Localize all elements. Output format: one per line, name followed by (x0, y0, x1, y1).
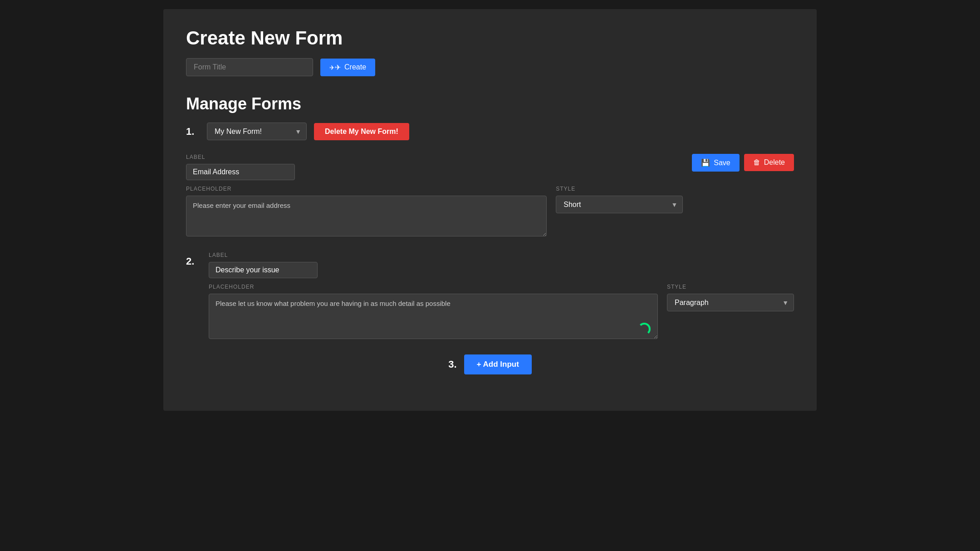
field-1-placeholder-style-row: PLACEHOLDER Please enter your email addr… (186, 186, 683, 238)
field-2-label-section: LABEL (209, 252, 794, 278)
fields-container: LABEL PLACEHOLDER Please enter your emai… (186, 154, 794, 341)
add-input-row: 3. + Add Input (186, 354, 794, 374)
field-1-actions: 💾 Save 🗑 Delete (692, 154, 794, 172)
delete-form-button[interactable]: Delete My New Form! (314, 123, 409, 140)
manage-section: Manage Forms 1. My New Form! ▼ Delete My… (186, 94, 794, 374)
field-2-style-select-wrapper: Short Paragraph ▼ (667, 294, 794, 311)
field-2-content: LABEL PLACEHOLDER Please let us know wha… (209, 252, 794, 341)
field-1-save-button[interactable]: 💾 Save (692, 154, 739, 172)
field-1-delete-label: Delete (764, 158, 785, 167)
field-2-step-number: 2. (186, 256, 200, 267)
loading-spinner (638, 323, 651, 335)
field-2-style-section: STYLE Short Paragraph ▼ (667, 284, 794, 311)
create-row: ✈ Create (186, 58, 794, 76)
form-select-wrapper: My New Form! ▼ (207, 123, 307, 140)
create-button-label: Create (344, 63, 366, 71)
field-1-label-meta: LABEL (186, 154, 683, 160)
field-1-label-input[interactable] (186, 164, 295, 180)
field-1-style-select-wrapper: Short Paragraph ▼ (556, 196, 683, 213)
manage-title: Manage Forms (186, 94, 794, 113)
form-select[interactable]: My New Form! (207, 123, 307, 140)
field-2-placeholder-meta: PLACEHOLDER (209, 284, 658, 290)
create-button[interactable]: ✈ Create (320, 59, 375, 76)
field-2-label-meta: LABEL (209, 252, 794, 258)
page-wrapper: Create New Form ✈ Create Manage Forms 1.… (163, 9, 817, 411)
add-input-button-label: + Add Input (477, 360, 519, 369)
field-1-placeholder-meta: PLACEHOLDER (186, 186, 547, 192)
send-icon: ✈ (329, 63, 341, 72)
floppy-icon: 💾 (701, 158, 710, 167)
form-title-input[interactable] (186, 58, 313, 76)
field-1-style-section: STYLE Short Paragraph ▼ (556, 186, 683, 213)
field-2-placeholder-style-row: PLACEHOLDER Please let us know what prob… (209, 284, 794, 341)
trash-icon: 🗑 (753, 158, 760, 167)
field-2-placeholder-section: PLACEHOLDER Please let us know what prob… (209, 284, 658, 341)
field-2-placeholder-textarea[interactable]: Please let us know what problem you are … (209, 294, 658, 339)
add-input-button[interactable]: + Add Input (464, 354, 532, 374)
create-section: Create New Form ✈ Create (186, 27, 794, 76)
add-step-number: 3. (448, 359, 456, 370)
field-1-placeholder-textarea[interactable]: Please enter your email address (186, 196, 547, 236)
field-2-textarea-wrapper: Please let us know what problem you are … (209, 294, 658, 341)
field-1-placeholder-section: PLACEHOLDER Please enter your email addr… (186, 186, 547, 238)
field-1-save-label: Save (714, 159, 730, 167)
field-2-label-input[interactable] (209, 262, 318, 278)
field-1-delete-button[interactable]: 🗑 Delete (744, 154, 794, 171)
table-row: LABEL PLACEHOLDER Please enter your emai… (186, 154, 794, 238)
field-1-label-section: LABEL (186, 154, 683, 180)
field-1-style-select[interactable]: Short Paragraph (556, 196, 683, 213)
field-1-content: LABEL PLACEHOLDER Please enter your emai… (186, 154, 683, 238)
table-row: 2. LABEL PLACEHOLDER Please let us know … (186, 252, 794, 341)
create-title: Create New Form (186, 27, 794, 49)
field-2-style-select[interactable]: Short Paragraph (667, 294, 794, 311)
field-2-style-meta: STYLE (667, 284, 794, 290)
form-selector-row: 1. My New Form! ▼ Delete My New Form! (186, 123, 794, 140)
step1-number: 1. (186, 126, 200, 138)
delete-form-button-label: Delete My New Form! (325, 128, 398, 135)
field-1-style-meta: STYLE (556, 186, 683, 192)
